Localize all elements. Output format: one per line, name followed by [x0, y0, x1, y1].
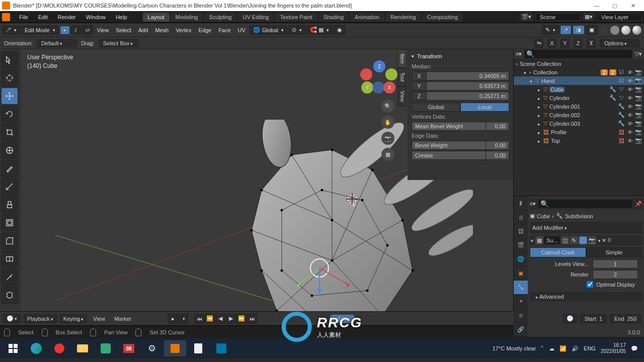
show-overlays-toggle[interactable]: ◑ — [573, 25, 585, 35]
next-keyframe-button[interactable]: ⏩ — [236, 314, 247, 324]
drag-value[interactable]: Select Box — [99, 39, 139, 47]
mode-dropdown[interactable]: Edit Mode — [21, 26, 59, 35]
autokeying-toggle[interactable]: ● — [168, 314, 178, 324]
timeline-type-icon[interactable]: 🕐 — [3, 314, 21, 323]
ptab-output[interactable]: 🖨 — [514, 210, 528, 224]
options-dropdown[interactable]: Options — [600, 39, 640, 47]
ptab-constraints[interactable]: 🔗 — [514, 323, 528, 337]
menu-add[interactable]: Add — [135, 26, 151, 34]
weather-widget[interactable]: 17°C Mostly clear — [493, 345, 536, 351]
modifier-icon[interactable]: 🔧 — [609, 86, 616, 93]
tab-rendering[interactable]: Rendering — [385, 13, 421, 22]
pivot-dropdown[interactable]: ⊙ — [288, 25, 305, 35]
props-type-icon[interactable]: ≡▾ — [530, 201, 536, 207]
outliner-type-icon[interactable]: ≡▾ — [516, 51, 522, 57]
opera-icon[interactable] — [48, 340, 70, 356]
tool-transform[interactable] — [1, 142, 18, 159]
median-z-field[interactable]: 0.25271 m — [427, 92, 509, 101]
menu-window[interactable]: Window — [81, 14, 111, 20]
ntab-view[interactable]: View — [397, 86, 407, 107]
menu-edge[interactable]: Edge — [195, 26, 214, 34]
mirror-z[interactable]: Z — [574, 39, 583, 48]
transform-header[interactable]: Transform — [412, 51, 509, 61]
viewlayer-browse-icon[interactable]: ▦▾ — [583, 13, 595, 21]
tab-compositing[interactable]: Compositing — [422, 13, 463, 22]
tool-move[interactable] — [1, 87, 18, 105]
jump-end-button[interactable]: ⏭ — [247, 314, 257, 324]
tool-rotate[interactable] — [1, 106, 18, 123]
vertex-select-mode[interactable]: ▪ — [60, 26, 70, 35]
proportional-edit-toggle[interactable]: ◉ — [334, 25, 346, 35]
levels-viewport-field[interactable]: 1 — [593, 259, 638, 268]
outliner-filter-icon[interactable]: ▽▾ — [635, 51, 642, 57]
xray-toggle[interactable]: ▣ — [586, 25, 598, 35]
eye-icon[interactable]: 👁 — [626, 69, 633, 75]
tab-uv-editing[interactable]: UV Editing — [237, 13, 274, 22]
tool-poly-build[interactable] — [1, 287, 18, 304]
viewlayer-name-field[interactable]: View Layer — [597, 13, 642, 21]
keying-dropdown[interactable]: Keying — [60, 314, 88, 323]
ntab-tool[interactable]: Tool — [397, 68, 407, 86]
menu-view[interactable]: View — [94, 26, 112, 34]
playback-dropdown[interactable]: Playback — [24, 314, 57, 323]
menu-face[interactable]: Face — [215, 26, 233, 34]
menu-select[interactable]: Select — [113, 26, 134, 34]
prev-keyframe-button[interactable]: ⏪ — [205, 314, 215, 324]
mirror-icon[interactable]: ⇋ — [534, 39, 543, 48]
checkbox-icon[interactable]: ☑ — [618, 69, 625, 75]
shading-material[interactable] — [621, 25, 631, 35]
tab-sculpting[interactable]: Sculpting — [204, 13, 236, 22]
crease-field[interactable]: 0.00 — [486, 151, 509, 160]
close-button[interactable]: ✕ — [624, 3, 642, 9]
blender-taskbar-icon[interactable] — [164, 340, 186, 356]
optimal-display-checkbox[interactable] — [587, 281, 593, 288]
ptab-object[interactable]: ▣ — [514, 266, 528, 281]
tab-layout[interactable]: Layout — [143, 13, 170, 22]
clock[interactable]: 16:17 2022/01/05 — [601, 342, 626, 354]
tray-onedrive-icon[interactable]: ☁ — [549, 345, 554, 352]
snap-dropdown[interactable]: 🧲 ▦ — [306, 25, 333, 35]
shading-rendered[interactable] — [632, 25, 642, 35]
automerge-toggle[interactable]: ⊻ — [587, 39, 596, 48]
space-global[interactable]: Global — [412, 103, 460, 112]
pin-icon[interactable]: 📌 — [635, 201, 642, 207]
timeline-marker[interactable]: Marker — [111, 315, 134, 323]
tray-wifi-icon[interactable]: 📶 — [559, 345, 567, 352]
tool-bevel[interactable] — [1, 232, 18, 249]
tray-volume-icon[interactable]: 🔊 — [572, 345, 579, 352]
notifications-icon[interactable]: 💬 — [631, 345, 638, 352]
autokeying-mode[interactable] — [178, 314, 188, 324]
ptab-physics[interactable]: ⊚ — [514, 309, 528, 323]
maximize-button[interactable]: ▢ — [606, 3, 624, 9]
editor-type-dropdown[interactable]: 🡕 — [2, 26, 20, 35]
mirror-x[interactable]: X — [547, 39, 556, 48]
ptab-particles[interactable]: ✦ — [514, 295, 528, 309]
bevel-field[interactable]: 0.00 — [486, 141, 509, 150]
tray-chevron-icon[interactable]: ˄ — [541, 345, 544, 352]
catmull-clark-tab[interactable]: Catmull-Clark — [530, 247, 586, 257]
jump-start-button[interactable]: ⏮ — [194, 314, 204, 324]
ptab-world[interactable]: 🌐 — [514, 252, 528, 266]
camera-icon[interactable]: 📷 — [635, 69, 642, 75]
navigation-gizmo[interactable]: Z Y X — [359, 59, 394, 95]
shading-solid[interactable] — [610, 25, 620, 35]
render-icon[interactable]: 📷 — [588, 236, 596, 244]
scene-browse-icon[interactable]: 🎬▾ — [519, 13, 533, 21]
menu-render[interactable]: Render — [53, 14, 81, 20]
tab-animation[interactable]: Animation — [350, 13, 384, 22]
modifier-close-icon[interactable]: ✕ — [602, 237, 606, 244]
zoom-icon[interactable]: 🔍 — [381, 100, 394, 113]
edge-select-mode[interactable]: / — [71, 26, 81, 35]
end-frame-field[interactable]: End250 — [610, 314, 641, 323]
space-local[interactable]: Local — [460, 103, 509, 112]
levels-render-field[interactable]: 2 — [593, 270, 638, 279]
preview-range-toggle[interactable]: 🕐 — [563, 314, 577, 323]
median-x-field[interactable]: 0.34005 m — [427, 71, 509, 80]
tool-inset[interactable] — [1, 214, 18, 231]
start-frame-field[interactable]: Start1 — [580, 314, 607, 323]
show-gizmo-toggle[interactable]: ↗ — [560, 25, 572, 35]
timeline-view[interactable]: View — [90, 315, 108, 323]
menu-mesh[interactable]: Mesh — [152, 26, 172, 34]
tab-texture-paint[interactable]: Texture Paint — [275, 13, 317, 22]
app2-icon[interactable] — [210, 340, 232, 356]
